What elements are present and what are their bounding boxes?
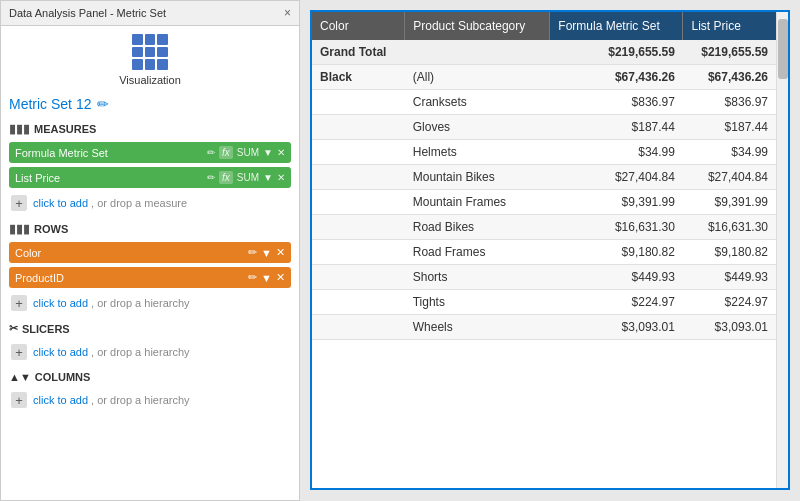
edit-color-icon[interactable]: ✏ [248, 246, 257, 259]
scrollbar[interactable] [776, 12, 788, 488]
slicers-icon: ✂ [9, 322, 18, 335]
viz-cell [157, 59, 168, 70]
visualization-icon[interactable] [132, 34, 168, 70]
click-to-add-measure-link[interactable]: click to add [33, 197, 88, 209]
tights-color [312, 290, 405, 315]
shorts-row: Shorts $449.93 $449.93 [312, 265, 776, 290]
list-price-item[interactable]: List Price ✏ fx SUM ▼ ✕ [9, 167, 291, 188]
tights-row: Tights $224.97 $224.97 [312, 290, 776, 315]
columns-label: COLUMNS [35, 371, 91, 383]
mountain-bikes-color [312, 165, 405, 190]
mountain-frames-row: Mountain Frames $9,391.99 $9,391.99 [312, 190, 776, 215]
cranksets-color [312, 90, 405, 115]
columns-icon: ▲▼ [9, 371, 31, 383]
sum-label: SUM [237, 147, 259, 158]
columns-section: ▲▼ COLUMNS + click to add , or drop a hi… [9, 371, 291, 411]
viz-cell [132, 59, 143, 70]
add-measure-text: click to add , or drop a measure [33, 197, 187, 209]
black-label: Black [312, 65, 405, 90]
fx-badge: fx [219, 146, 233, 159]
add-measure-row: + click to add , or drop a measure [9, 192, 291, 214]
productid-row-label: ProductID [15, 272, 64, 284]
table-scroll-wrapper: Color Product Subcategory Formula Metric… [312, 12, 788, 488]
shorts-label: Shorts [405, 265, 550, 290]
mountain-frames-color [312, 190, 405, 215]
color-row-actions: ✏ ▼ ✕ [248, 246, 285, 259]
grand-total-empty [405, 40, 550, 65]
viz-cell [145, 59, 156, 70]
viz-cell [145, 34, 156, 45]
road-frames-label: Road Frames [405, 240, 550, 265]
remove-color-icon[interactable]: ✕ [276, 246, 285, 259]
grand-total-formula: $219,655.59 [550, 40, 683, 65]
slicers-section: ✂ SLICERS + click to add , or drop a hie… [9, 322, 291, 363]
tights-formula: $224.97 [550, 290, 683, 315]
productid-row-item[interactable]: ProductID ✏ ▼ ✕ [9, 267, 291, 288]
helmets-row: Helmets $34.99 $34.99 [312, 140, 776, 165]
measures-icon: ▮▮▮ [9, 122, 30, 136]
slicers-label: SLICERS [22, 323, 70, 335]
grand-total-list: $219,655.59 [683, 40, 776, 65]
add-rows-row: + click to add , or drop a hierarchy [9, 292, 291, 314]
viz-cell [132, 34, 143, 45]
col-header-list-price: List Price [683, 12, 776, 40]
wheels-formula: $3,093.01 [550, 315, 683, 340]
add-row-button[interactable]: + [11, 295, 27, 311]
click-to-add-slicer-link[interactable]: click to add [33, 346, 88, 358]
mountain-frames-formula: $9,391.99 [550, 190, 683, 215]
panel-header: Data Analysis Panel - Metric Set × [1, 1, 299, 26]
rows-label: ROWS [34, 223, 68, 235]
tights-list: $224.97 [683, 290, 776, 315]
scrollbar-thumb[interactable] [778, 19, 788, 79]
add-row-text: click to add , or drop a hierarchy [33, 297, 190, 309]
grand-total-label: Grand Total [312, 40, 405, 65]
cranksets-label: Cranksets [405, 90, 550, 115]
black-all-label: (All) [405, 65, 550, 90]
viz-cell [157, 47, 168, 58]
road-bikes-formula: $16,631.30 [550, 215, 683, 240]
rows-section: ▮▮▮ ROWS Color ✏ ▼ ✕ ProductID ✏ ▼ ✕ [9, 222, 291, 314]
edit-metric-set-icon[interactable]: ✏ [97, 96, 109, 112]
filter-productid-icon[interactable]: ▼ [261, 272, 272, 284]
click-to-add-row-link[interactable]: click to add [33, 297, 88, 309]
add-slicers-row: + click to add , or drop a hierarchy [9, 341, 291, 363]
formula-metric-set-label: Formula Metric Set [15, 147, 108, 159]
helmets-color [312, 140, 405, 165]
edit-formula-icon[interactable]: ✏ [207, 147, 215, 158]
visualization-label: Visualization [119, 74, 181, 86]
color-row-label: Color [15, 247, 41, 259]
click-to-add-column-link[interactable]: click to add [33, 394, 88, 406]
color-row-item[interactable]: Color ✏ ▼ ✕ [9, 242, 291, 263]
shorts-formula: $449.93 [550, 265, 683, 290]
helmets-formula: $34.99 [550, 140, 683, 165]
add-slicer-button[interactable]: + [11, 344, 27, 360]
add-slicer-text: click to add , or drop a hierarchy [33, 346, 190, 358]
close-button[interactable]: × [284, 6, 291, 20]
col-header-color: Color [312, 12, 405, 40]
slicers-header: ✂ SLICERS [9, 322, 291, 335]
remove-list-price-icon[interactable]: ✕ [277, 172, 285, 183]
shorts-list: $449.93 [683, 265, 776, 290]
wheels-color [312, 315, 405, 340]
filter-formula-icon[interactable]: ▼ [263, 147, 273, 158]
metric-set-title-text: Metric Set 12 [9, 96, 91, 112]
filter-list-price-icon[interactable]: ▼ [263, 172, 273, 183]
formula-metric-set-item[interactable]: Formula Metric Set ✏ fx SUM ▼ ✕ [9, 142, 291, 163]
edit-productid-icon[interactable]: ✏ [248, 271, 257, 284]
gloves-formula: $187.44 [550, 115, 683, 140]
remove-productid-icon[interactable]: ✕ [276, 271, 285, 284]
road-frames-formula: $9,180.82 [550, 240, 683, 265]
visualization-section: Visualization [9, 34, 291, 86]
gloves-label: Gloves [405, 115, 550, 140]
gloves-color [312, 115, 405, 140]
edit-list-price-icon[interactable]: ✏ [207, 172, 215, 183]
filter-color-icon[interactable]: ▼ [261, 247, 272, 259]
wheels-row: Wheels $3,093.01 $3,093.01 [312, 315, 776, 340]
remove-formula-icon[interactable]: ✕ [277, 147, 285, 158]
add-column-button[interactable]: + [11, 392, 27, 408]
add-measure-button[interactable]: + [11, 195, 27, 211]
add-columns-row: + click to add , or drop a hierarchy [9, 389, 291, 411]
add-column-or: , or drop a hierarchy [91, 394, 189, 406]
cranksets-list: $836.97 [683, 90, 776, 115]
add-slicer-or: , or drop a hierarchy [91, 346, 189, 358]
